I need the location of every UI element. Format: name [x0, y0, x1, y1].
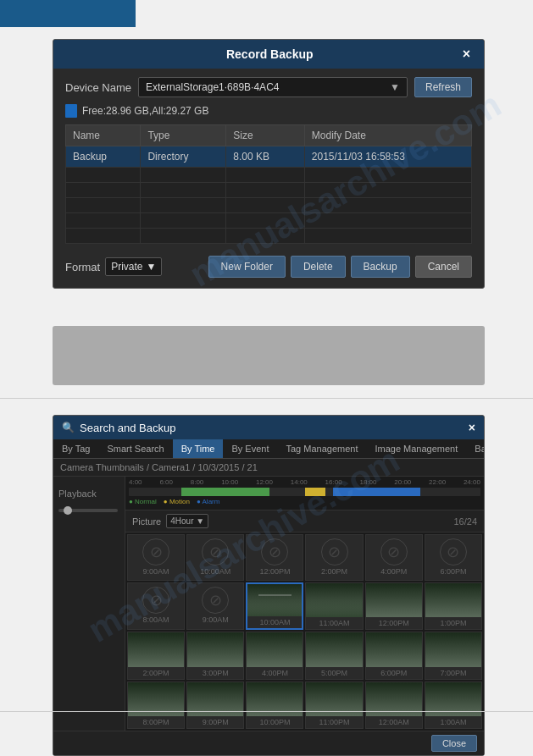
tab-backup-status[interactable]: Backup Status	[466, 439, 484, 458]
thumb-cell-5[interactable]: ⊘ 4:00PM	[365, 534, 423, 581]
legend-motion: ● Motion	[164, 498, 190, 505]
thumb-cell-road-16[interactable]: 1:00AM	[425, 682, 482, 729]
thumb-label-road-16: 1:00AM	[438, 716, 468, 728]
slider-thumb	[64, 506, 72, 515]
dialog-title: Record Backup	[81, 47, 459, 61]
thumb-cell-4[interactable]: ⊘ 2:00PM	[305, 534, 363, 581]
cancel-button[interactable]: Cancel	[415, 256, 472, 278]
timeline-section: 4:00 6:00 8:00 10:00 12:00 14:00 16:00 1…	[125, 477, 484, 731]
footer-buttons: New Folder Delete Backup Cancel	[208, 256, 472, 278]
table-row-empty-3	[66, 198, 472, 213]
thumb-cell-road-4[interactable]: 1:00PM	[425, 582, 482, 630]
device-select[interactable]: ExternalStorage1·689B·4AC4 ▼	[138, 77, 408, 97]
search-tabs: By Tag Smart Search By Time By Event Tag…	[53, 439, 484, 459]
tab-image-management[interactable]: Image Management	[366, 439, 466, 458]
thumb-label-road-10: 7:00PM	[438, 667, 468, 679]
tab-tag-management[interactable]: Tag Management	[277, 439, 366, 458]
cell-name: Backup	[66, 146, 141, 168]
tab-by-event[interactable]: By Event	[223, 439, 277, 458]
thumb-label-road-13: 10:00PM	[258, 716, 291, 728]
storage-text: Free:28.96 GB,All:29.27 GB	[82, 105, 208, 117]
timeline-label-10: 24:00	[464, 478, 480, 486]
thumb-cell-road-13[interactable]: 10:00PM	[246, 682, 303, 729]
chevron-down-icon-interval: ▼	[196, 516, 204, 526]
thumb-cell-road-1[interactable]: 10:00AM	[246, 582, 303, 630]
thumb-cell-road-14[interactable]: 11:00PM	[305, 682, 363, 729]
record-backup-dialog: Record Backup × Device Name ExternalStor…	[53, 39, 485, 289]
new-folder-button[interactable]: New Folder	[208, 256, 286, 278]
format-select[interactable]: Private ▼	[105, 257, 162, 276]
thumb-cell-road-6[interactable]: 3:00PM	[186, 632, 244, 679]
timeline-label-0: 4:00	[129, 478, 142, 486]
no-image-icon-6: ⊘	[440, 538, 467, 566]
thumb-cell-road-8[interactable]: 5:00PM	[305, 632, 363, 679]
dialog-footer: Format Private ▼ New Folder Delete Backu…	[65, 251, 472, 279]
thumb-label-6: 6:00PM	[438, 566, 468, 577]
thumb-cell-road-12[interactable]: 9:00PM	[186, 682, 244, 729]
thumbnails-grid: ⊘ 9:00AM ⊘ 10:00AM ⊘ 12:00PM ⊘ 2:00PM ⊘	[125, 533, 484, 731]
file-table-body: Backup Directory 8.00 KB 2015/11/03 16:5…	[66, 146, 472, 244]
dialog-close-button[interactable]: ×	[459, 47, 474, 62]
playback-slider[interactable]	[58, 509, 118, 512]
thumb-cell-road-5[interactable]: 2:00PM	[127, 632, 185, 679]
thumb-cell-road-2[interactable]: 11:00AM	[305, 582, 363, 630]
timeline-label-4: 12:00	[256, 478, 273, 486]
thumb-label-road-11: 8:00PM	[142, 716, 171, 728]
backup-button[interactable]: Backup	[351, 256, 410, 278]
timeline-bar[interactable]: 4:00 6:00 8:00 10:00 12:00 14:00 16:00 1…	[125, 477, 484, 510]
legend-alarm: ● Alarm	[197, 498, 220, 505]
device-row: Device Name ExternalStorage1·689B·4AC4 ▼…	[65, 77, 472, 97]
timeline-label-3: 10:00	[221, 478, 238, 486]
thumb-label-4: 2:00PM	[319, 566, 349, 577]
thumb-cell-road-7[interactable]: 4:00PM	[246, 632, 303, 679]
table-row-empty-1	[66, 168, 472, 183]
search-close-button[interactable]: ×	[469, 421, 475, 434]
thumb-label-road-2: 11:00AM	[318, 617, 352, 629]
search-body: Playback 4:00 6:00 8:00 10:00 12:00 14:0…	[53, 477, 484, 731]
col-type: Type	[141, 125, 226, 146]
format-label: Format	[65, 261, 100, 273]
thumb-cell-3[interactable]: ⊘ 12:00PM	[246, 534, 303, 581]
tab-smart-search[interactable]: Smart Search	[98, 439, 172, 458]
thumb-cell-8[interactable]: ⊘ 9:00AM	[186, 582, 244, 630]
interval-value: 4Hour	[170, 516, 193, 526]
no-image-icon-3: ⊘	[261, 538, 288, 566]
thumb-label-7: 8:00AM	[142, 614, 171, 626]
no-image-icon-7: ⊘	[142, 587, 169, 614]
thumb-cell-7[interactable]: ⊘ 8:00AM	[127, 582, 185, 630]
device-value: ExternalStorage1·689B·4AC4	[146, 81, 279, 93]
table-row-empty-2	[66, 183, 472, 198]
picture-label: Picture	[132, 516, 161, 527]
interval-select[interactable]: 4Hour ▼	[166, 514, 208, 528]
thumb-count: 16/24	[453, 516, 477, 527]
no-image-icon-2: ⊘	[202, 538, 229, 566]
col-size: Size	[226, 125, 305, 146]
dialog-body: Device Name ExternalStorage1·689B·4AC4 ▼…	[53, 69, 484, 288]
thumb-cell-road-15[interactable]: 12:00AM	[365, 682, 423, 729]
thumbnail-controls: Picture 4Hour ▼ 16/24	[125, 510, 484, 533]
thumb-cell-1[interactable]: ⊘ 9:00AM	[127, 534, 185, 581]
thumb-cell-road-10[interactable]: 7:00PM	[425, 632, 482, 679]
storage-bar-row: Free:28.96 GB,All:29.27 GB	[65, 104, 472, 118]
thumb-cell-2[interactable]: ⊘ 10:00AM	[186, 534, 244, 581]
search-footer: Close	[53, 731, 484, 755]
tab-by-time[interactable]: By Time	[173, 439, 224, 458]
left-sidebar: Playback	[53, 477, 125, 731]
search-backup-dialog: 🔍 Search and Backup × By Tag Smart Searc…	[53, 415, 485, 756]
thumb-cell-road-3[interactable]: 12:00PM	[365, 582, 423, 630]
thumb-label-2: 10:00AM	[198, 566, 232, 577]
timeline-label-5: 14:00	[291, 478, 308, 486]
table-row[interactable]: Backup Directory 8.00 KB 2015/11/03 16:5…	[66, 146, 472, 168]
legend-normal: ● Normal	[129, 498, 157, 505]
format-row: Format Private ▼	[65, 257, 162, 276]
chevron-down-icon-format: ▼	[147, 261, 157, 273]
search-close-footer-button[interactable]: Close	[431, 735, 477, 752]
thumb-cell-6[interactable]: ⊘ 6:00PM	[425, 534, 482, 581]
thumb-label-road-8: 5:00PM	[319, 667, 349, 679]
tab-by-tag[interactable]: By Tag	[53, 439, 98, 458]
delete-button[interactable]: Delete	[291, 256, 346, 278]
thumb-cell-road-11[interactable]: 8:00PM	[127, 682, 185, 729]
refresh-button[interactable]: Refresh	[414, 77, 472, 97]
thumb-cell-road-9[interactable]: 6:00PM	[365, 632, 423, 679]
no-image-icon-5: ⊘	[380, 538, 408, 566]
